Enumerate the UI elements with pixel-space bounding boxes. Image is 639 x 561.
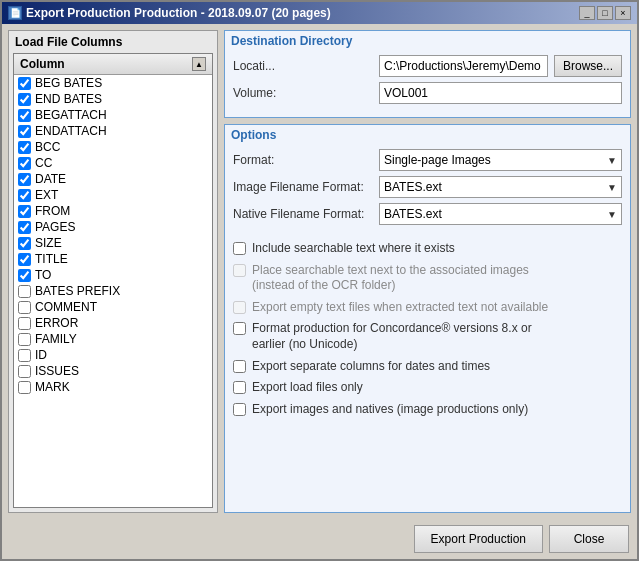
option-checkbox-row: Include searchable text where it exists <box>225 238 630 260</box>
column-checkbox[interactable] <box>18 109 31 122</box>
scroll-up-button[interactable]: ▲ <box>192 57 206 71</box>
column-item-label: BEG BATES <box>35 76 102 90</box>
destination-title: Destination Directory <box>225 31 630 51</box>
column-item[interactable]: ID <box>14 347 212 363</box>
image-filename-dropdown[interactable]: BATES.ext ▼ <box>379 176 622 198</box>
image-filename-label: Image Filename Format: <box>233 180 373 194</box>
column-checkbox[interactable] <box>18 301 31 314</box>
column-item[interactable]: EXT <box>14 187 212 203</box>
title-bar: 📄 Export Production Production - 2018.09… <box>2 2 637 24</box>
column-item[interactable]: MARK <box>14 379 212 395</box>
column-checkbox[interactable] <box>18 189 31 202</box>
native-filename-value: BATES.ext <box>384 207 442 221</box>
option-checkbox[interactable] <box>233 360 246 373</box>
column-item[interactable]: BEGATTACH <box>14 107 212 123</box>
footer: Export Production Close <box>2 519 637 559</box>
title-bar-left: 📄 Export Production Production - 2018.09… <box>8 6 331 20</box>
column-checkbox[interactable] <box>18 253 31 266</box>
column-item-label: CC <box>35 156 52 170</box>
column-checkbox[interactable] <box>18 141 31 154</box>
column-checkbox[interactable] <box>18 237 31 250</box>
column-item-label: FAMILY <box>35 332 77 346</box>
column-checkbox[interactable] <box>18 93 31 106</box>
option-checkbox-row: Export images and natives (image product… <box>225 399 630 421</box>
column-header: Column ▲ <box>14 54 212 75</box>
option-checkbox-label: Include searchable text where it exists <box>252 241 455 257</box>
close-button-footer[interactable]: Close <box>549 525 629 553</box>
column-item-label: FROM <box>35 204 70 218</box>
column-item[interactable]: TITLE <box>14 251 212 267</box>
column-item-label: DATE <box>35 172 66 186</box>
volume-input[interactable] <box>379 82 622 104</box>
image-filename-arrow: ▼ <box>607 182 617 193</box>
location-input[interactable] <box>379 55 548 77</box>
column-item-label: SIZE <box>35 236 62 250</box>
column-item[interactable]: END BATES <box>14 91 212 107</box>
column-item-label: PAGES <box>35 220 75 234</box>
options-section: Options Format: Single-page Images ▼ Ima… <box>224 124 631 513</box>
option-checkbox[interactable] <box>233 403 246 416</box>
left-panel: Load File Columns Column ▲ BEG BATESEND … <box>8 30 218 513</box>
option-checkbox-label: Export load files only <box>252 380 363 396</box>
column-checkbox[interactable] <box>18 221 31 234</box>
column-item-label: COMMENT <box>35 300 97 314</box>
column-item[interactable]: DATE <box>14 171 212 187</box>
column-checkbox[interactable] <box>18 77 31 90</box>
volume-label: Volume: <box>233 86 373 100</box>
checkboxes-container: Include searchable text where it existsP… <box>225 238 630 420</box>
option-checkbox[interactable] <box>233 264 246 277</box>
column-item-label: ERROR <box>35 316 78 330</box>
column-checkbox[interactable] <box>18 125 31 138</box>
option-checkbox-label: Format production for Concordance® versi… <box>252 321 532 352</box>
column-checkbox[interactable] <box>18 333 31 346</box>
column-item[interactable]: PAGES <box>14 219 212 235</box>
column-item[interactable]: FROM <box>14 203 212 219</box>
image-filename-row: Image Filename Format: BATES.ext ▼ <box>233 176 622 198</box>
column-item[interactable]: COMMENT <box>14 299 212 315</box>
column-item[interactable]: ENDATTACH <box>14 123 212 139</box>
native-filename-dropdown[interactable]: BATES.ext ▼ <box>379 203 622 225</box>
column-checkbox[interactable] <box>18 317 31 330</box>
option-checkbox[interactable] <box>233 242 246 255</box>
column-item[interactable]: CC <box>14 155 212 171</box>
column-item[interactable]: ISSUES <box>14 363 212 379</box>
maximize-button[interactable]: □ <box>597 6 613 20</box>
column-item-label: TO <box>35 268 51 282</box>
native-filename-row: Native Filename Format: BATES.ext ▼ <box>233 203 622 225</box>
column-item-label: BCC <box>35 140 60 154</box>
format-dropdown[interactable]: Single-page Images ▼ <box>379 149 622 171</box>
image-filename-value: BATES.ext <box>384 180 442 194</box>
column-list[interactable]: BEG BATESEND BATESBEGATTACHENDATTACHBCCC… <box>14 75 212 507</box>
column-item[interactable]: BCC <box>14 139 212 155</box>
column-checkbox[interactable] <box>18 269 31 282</box>
option-checkbox-row: Format production for Concordance® versi… <box>225 318 630 355</box>
column-checkbox[interactable] <box>18 381 31 394</box>
column-item[interactable]: TO <box>14 267 212 283</box>
column-item[interactable]: BEG BATES <box>14 75 212 91</box>
destination-content: Locati... Browse... Volume: <box>225 51 630 117</box>
option-checkbox-label: Export images and natives (image product… <box>252 402 528 418</box>
column-item[interactable]: SIZE <box>14 235 212 251</box>
option-checkbox-row: Export separate columns for dates and ti… <box>225 356 630 378</box>
column-checkbox[interactable] <box>18 157 31 170</box>
close-button[interactable]: × <box>615 6 631 20</box>
column-checkbox[interactable] <box>18 205 31 218</box>
option-checkbox[interactable] <box>233 301 246 314</box>
main-content: Load File Columns Column ▲ BEG BATESEND … <box>2 24 637 519</box>
column-checkbox[interactable] <box>18 285 31 298</box>
column-checkbox[interactable] <box>18 173 31 186</box>
export-production-button[interactable]: Export Production <box>414 525 543 553</box>
option-checkbox[interactable] <box>233 381 246 394</box>
option-checkbox[interactable] <box>233 322 246 335</box>
title-controls: _ □ × <box>579 6 631 20</box>
option-checkbox-label: Export separate columns for dates and ti… <box>252 359 490 375</box>
minimize-button[interactable]: _ <box>579 6 595 20</box>
column-item[interactable]: ERROR <box>14 315 212 331</box>
main-window: 📄 Export Production Production - 2018.09… <box>0 0 639 561</box>
column-checkbox[interactable] <box>18 365 31 378</box>
column-checkbox[interactable] <box>18 349 31 362</box>
column-item[interactable]: BATES PREFIX <box>14 283 212 299</box>
browse-button[interactable]: Browse... <box>554 55 622 77</box>
column-item[interactable]: FAMILY <box>14 331 212 347</box>
column-item-label: TITLE <box>35 252 68 266</box>
